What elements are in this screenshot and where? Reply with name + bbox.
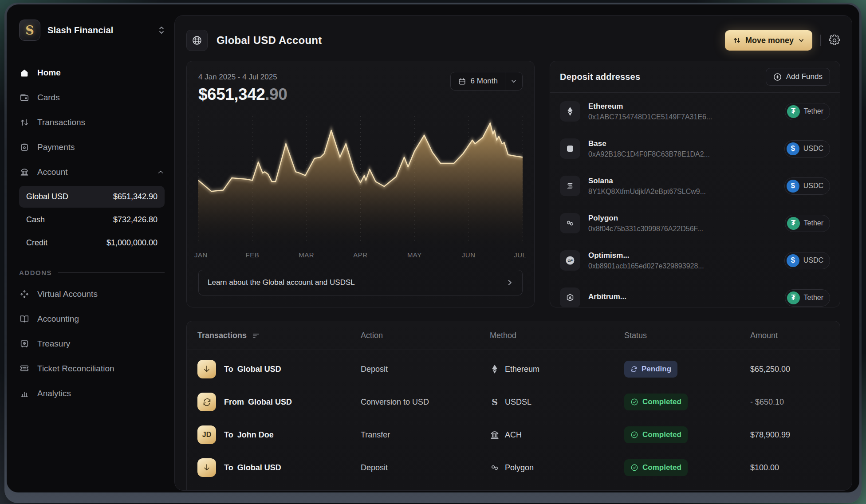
add-funds-button[interactable]: Add Funds <box>766 68 830 86</box>
sidebar-item-payments[interactable]: Payments <box>19 135 165 160</box>
sidebar-item-home[interactable]: Home <box>19 60 165 85</box>
ticket-icon <box>19 363 30 374</box>
refresh-icon <box>630 366 638 373</box>
account-row-amount: $732,426.80 <box>113 215 157 224</box>
chevron-up-icon <box>157 168 165 176</box>
sidebar-item-label: Transactions <box>37 118 85 127</box>
sidebar-item-label: Payments <box>37 142 75 152</box>
sidebar-item-account[interactable]: Account <box>19 160 165 185</box>
account-row-global-usd[interactable]: Global USD$651,342.90 <box>19 186 165 208</box>
deposit-row-texts: Polygon0x8f04c75b331c3099876A22D56F... <box>588 214 777 233</box>
sidebar-item-label: Treasury <box>37 339 70 349</box>
account-row-label: Global USD <box>26 192 68 201</box>
payments-icon <box>19 142 30 153</box>
period-selector[interactable]: 6 Month <box>450 72 523 91</box>
wallet-address: 8Y1KQ8XtfmUdjkfA2eBpt67SLCw9... <box>588 188 776 196</box>
sidebar-item-label: Account <box>37 167 68 177</box>
status-label: Completed <box>642 398 681 406</box>
balance-chart-card: 4 Jan 2025 - 4 Jul 2025 $651,342.90 6 Mo… <box>186 61 535 307</box>
period-label: 6 Month <box>471 77 498 86</box>
window-frame: S Slash Financial HomeCardsTransactionsP… <box>4 3 862 503</box>
deposit-row-polygon[interactable]: Polygon0x8f04c75b331c3099876A22D56F...₮T… <box>560 205 830 242</box>
account-row-label: Credit <box>26 238 47 248</box>
transaction-row[interactable]: ToGlobal USDDepositPolygonCompleted$100.… <box>187 451 840 484</box>
col-header-method: Method <box>490 331 624 340</box>
ethereum-icon <box>560 101 580 122</box>
transaction-counterparty: FromGlobal USD <box>197 393 361 411</box>
token-badge-usdc: $USDC <box>784 140 830 158</box>
sidebar-item-label: Accounting <box>37 314 79 324</box>
sidebar-item-ticket-reconciliation[interactable]: Ticket Reconciliation <box>19 356 165 381</box>
addons-header: ADDONS <box>19 269 165 276</box>
x-axis-label: APR <box>353 251 367 259</box>
transactions-icon <box>19 117 30 128</box>
usdc-icon: $ <box>787 254 799 267</box>
network-name: Base <box>588 139 776 148</box>
transaction-name: John Doe <box>237 430 274 439</box>
sort-filter-icon[interactable] <box>252 331 260 339</box>
deposit-row-optimism[interactable]: OPOptimism...0xb8901acb165ed027e32989392… <box>560 242 830 279</box>
period-caret[interactable] <box>505 72 522 90</box>
tether-icon: ₮ <box>787 217 800 230</box>
transaction-row[interactable]: FromGlobal USDConversion to USDSUSDSLCom… <box>187 386 840 418</box>
deposit-row-texts: Optimism...0xb8901acb165ed027e329893928.… <box>588 251 776 270</box>
usdc-icon: $ <box>787 142 799 155</box>
sidebar-item-analytics[interactable]: Analytics <box>19 381 165 406</box>
deposit-row-arbitrum[interactable]: Arbitrum...₮Tether <box>560 279 830 307</box>
transactions-table-header: Transactions Action Method Status Amount <box>187 321 840 350</box>
diamonds-icon <box>19 289 30 299</box>
sidebar-item-label: Cards <box>37 93 60 102</box>
sidebar-item-transactions[interactable]: Transactions <box>19 110 165 135</box>
sidebar-item-accounting[interactable]: Accounting <box>19 307 165 331</box>
addons-label: ADDONS <box>19 269 52 276</box>
sidebar-item-cards[interactable]: Cards <box>19 85 165 110</box>
calendar-icon <box>458 77 466 86</box>
sidebar-item-label: Virtual Accounts <box>37 289 98 299</box>
swap-icon <box>197 393 216 411</box>
status-badge-completed: Completed <box>624 459 688 476</box>
cards-icon <box>19 92 30 103</box>
transaction-row[interactable]: ToGlobal USDDepositEthereumPending$65,25… <box>187 353 840 386</box>
transaction-direction: From <box>224 398 244 406</box>
check-circle-icon <box>630 431 638 439</box>
transaction-name: Global USD <box>248 398 292 406</box>
ethereum-icon <box>490 364 500 374</box>
settings-gear-icon[interactable] <box>829 35 840 46</box>
workspace-switcher[interactable]: S Slash Financial <box>19 20 165 41</box>
chevron-right-icon <box>506 279 513 286</box>
chevron-down-icon <box>798 37 804 43</box>
status-label: Pending <box>642 365 671 374</box>
network-name: Solana <box>588 177 776 185</box>
polygon-icon <box>560 213 580 233</box>
deposit-row-texts: Ethereum0x1ABC7154748D1CE5149F7A31E6... <box>588 102 777 121</box>
status-badge-completed: Completed <box>624 426 688 443</box>
deposit-title: Deposit addresses <box>560 72 640 82</box>
transaction-counterparty: ToGlobal USD <box>197 360 361 378</box>
deposit-list: Ethereum0x1ABC7154748D1CE5149F7A31E6...₮… <box>550 93 840 307</box>
deposit-row-solana[interactable]: Solana8Y1KQ8XtfmUdjkfA2eBpt67SLCw9...$US… <box>560 167 830 205</box>
transaction-row[interactable]: JDToJohn DoeTransferACHCompleted$78,900.… <box>187 418 840 451</box>
deposit-row-ethereum[interactable]: Ethereum0x1ABC7154748D1CE5149F7A31E6...₮… <box>560 93 830 130</box>
transaction-status-cell: Pending <box>624 361 750 378</box>
chart-x-axis-labels: JANFEBMARAPRMAYJUNJUL <box>198 251 523 262</box>
transactions-card: Transactions Action Method Status Amount… <box>186 321 840 490</box>
deposit-row-base[interactable]: Base0xA92B18C1D4F0F8C63B78E1DA2...$USDC <box>560 130 830 167</box>
status-label: Completed <box>642 463 681 472</box>
x-axis-label: JAN <box>194 251 208 259</box>
move-money-button[interactable]: Move money <box>725 30 812 51</box>
account-row-credit[interactable]: Credit$1,000,000.00 <box>19 232 165 254</box>
transaction-amount: - $650.10 <box>750 398 829 407</box>
token-badge-usdc: $USDC <box>784 177 830 195</box>
account-row-cash[interactable]: Cash$732,426.80 <box>19 209 165 231</box>
col-header-amount: Amount <box>750 331 829 340</box>
safe-icon <box>19 339 30 349</box>
sidebar-item-virtual-accounts[interactable]: Virtual Accounts <box>19 282 165 307</box>
selector-chevrons-icon[interactable] <box>158 26 165 35</box>
page-title: Global USD Account <box>216 34 322 47</box>
top-cards-row: 4 Jan 2025 - 4 Jul 2025 $651,342.90 6 Mo… <box>186 61 840 307</box>
network-name: Arbitrum... <box>588 292 777 301</box>
learn-link[interactable]: Learn about the Global account and USDSL <box>198 270 523 295</box>
sidebar-item-treasury[interactable]: Treasury <box>19 331 165 356</box>
transaction-method: Polygon <box>490 463 624 472</box>
sidebar: S Slash Financial HomeCardsTransactionsP… <box>7 4 174 492</box>
